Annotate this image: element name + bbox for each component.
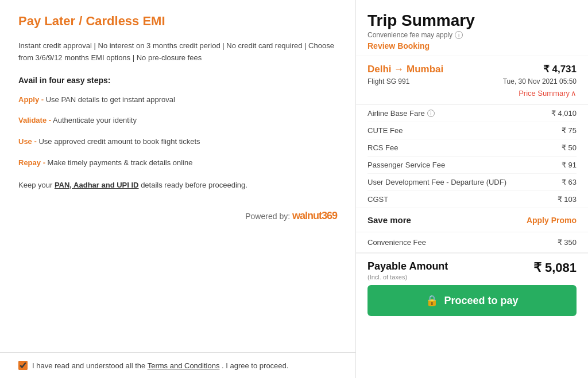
- price-row: Airline Base Fare i ₹ 4,010: [368, 105, 577, 122]
- convenience-fee-label: Convenience Fee: [368, 238, 426, 247]
- powered-by-label: Powered by:: [245, 212, 290, 221]
- page-title: Pay Later / Cardless EMI: [18, 14, 337, 29]
- price-row-label: Passenger Service Fee: [368, 161, 445, 169]
- proceed-btn-label: Proceed to pay: [444, 295, 518, 307]
- apply-promo-button[interactable]: Apply Promo: [527, 216, 577, 225]
- price-row-label: CUTE Fee: [368, 126, 403, 135]
- price-row-value: ₹ 75: [562, 126, 577, 135]
- right-panel: Trip Summary Convenience fee may apply i…: [356, 0, 588, 378]
- step-repay: Repay - Make timely payments & track det…: [18, 157, 337, 169]
- price-row-label: Airline Base Fare i: [368, 109, 435, 118]
- trip-summary-header: Trip Summary Convenience fee may apply i…: [356, 0, 588, 56]
- steps-title: Avail in four easy steps:: [18, 76, 337, 85]
- price-row: CGST ₹ 103: [368, 191, 577, 208]
- price-breakdown: Airline Base Fare i ₹ 4,010 CUTE Fee ₹ 7…: [356, 104, 588, 208]
- convenience-fee-row: Convenience Fee ₹ 350: [356, 232, 588, 252]
- trip-summary-title: Trip Summary: [368, 11, 577, 30]
- pan-link[interactable]: PAN, Aadhar and UPI ID: [55, 181, 139, 189]
- payable-sublabel: (Incl. of taxes): [368, 274, 448, 280]
- description-text: Instant credit approval | No interest on…: [18, 40, 337, 64]
- convenience-note: Convenience fee may apply i: [368, 31, 577, 39]
- step-use-bold: Use -: [18, 137, 37, 146]
- price-row-value: ₹ 91: [562, 161, 577, 169]
- price-row-label: CGST: [368, 195, 388, 204]
- step-apply-bold: Apply -: [18, 95, 44, 104]
- info-icon[interactable]: i: [427, 110, 435, 117]
- route-price: ₹ 4,731: [543, 63, 577, 75]
- step-validate-text: Authenticate your identity: [53, 116, 137, 124]
- price-row-value: ₹ 4,010: [551, 109, 577, 118]
- step-validate: Validate - Authenticate your identity: [18, 115, 337, 127]
- price-row: Passenger Service Fee ₹ 91: [368, 157, 577, 174]
- bottom-bar: I have read and understood all the Terms…: [0, 352, 356, 378]
- convenience-fee-value: ₹ 350: [558, 238, 577, 247]
- terms-text: I have read and understood all the Terms…: [32, 361, 288, 370]
- step-use: Use - Use approved credit amount to book…: [18, 136, 337, 148]
- step-validate-bold: Validate -: [18, 116, 51, 124]
- terms-checkbox-wrapper: I have read and understood all the Terms…: [18, 361, 288, 370]
- step-use-text: Use approved credit amount to book fligh…: [38, 137, 200, 146]
- price-row-value: ₹ 50: [562, 143, 577, 152]
- save-more-section: Save more Apply Promo: [356, 208, 588, 232]
- flight-info: Flight SG 991 Tue, 30 Nov 2021 05:50: [368, 77, 577, 85]
- price-row-label: RCS Fee: [368, 143, 398, 152]
- proceed-to-pay-button[interactable]: 🔒 Proceed to pay: [368, 285, 577, 316]
- terms-link[interactable]: Terms and Conditions: [148, 361, 220, 370]
- left-panel: Pay Later / Cardless EMI Instant credit …: [0, 0, 356, 378]
- review-booking-link[interactable]: Review Booking: [368, 41, 430, 50]
- step-repay-text: Make timely payments & track details onl…: [48, 158, 193, 167]
- convenience-info-icon[interactable]: i: [455, 31, 463, 39]
- price-row: RCS Fee ₹ 50: [368, 139, 577, 157]
- price-row: User Development Fee - Departure (UDF) ₹…: [368, 174, 577, 191]
- step-apply: Apply - Use PAN details to get instant a…: [18, 94, 337, 106]
- chevron-up-icon: ∧: [571, 89, 577, 98]
- price-row-value: ₹ 63: [562, 178, 577, 186]
- save-more-label: Save more: [368, 215, 411, 225]
- price-row-label: User Development Fee - Departure (UDF): [368, 178, 506, 186]
- route-name: Delhi → Mumbai: [368, 64, 443, 75]
- powered-by-brand: walnut369: [292, 210, 337, 221]
- price-summary-toggle: Price Summary ∧: [368, 89, 577, 98]
- price-summary-button[interactable]: Price Summary ∧: [519, 89, 577, 98]
- flight-number: Flight SG 991: [368, 77, 409, 85]
- powered-by: Powered by: walnut369: [18, 210, 337, 222]
- route-row: Delhi → Mumbai ₹ 4,731: [368, 63, 577, 75]
- payable-amount: ₹ 5,081: [533, 260, 577, 275]
- step-repay-bold: Repay -: [18, 158, 45, 167]
- route-section: Delhi → Mumbai ₹ 4,731 Flight SG 991 Tue…: [356, 56, 588, 104]
- terms-checkbox[interactable]: [18, 361, 28, 370]
- flight-date: Tue, 30 Nov 2021 05:50: [503, 77, 577, 85]
- price-row: CUTE Fee ₹ 75: [368, 122, 577, 139]
- step-apply-text: Use PAN details to get instant approval: [46, 95, 175, 104]
- price-row-value: ₹ 103: [558, 195, 577, 204]
- payable-section: Payable Amount (Incl. of taxes) ₹ 5,081: [356, 252, 588, 285]
- lock-icon: 🔒: [425, 294, 438, 307]
- pan-note: Keep your PAN, Aadhar and UPI ID details…: [18, 181, 337, 189]
- payable-label: Payable Amount: [368, 260, 448, 272]
